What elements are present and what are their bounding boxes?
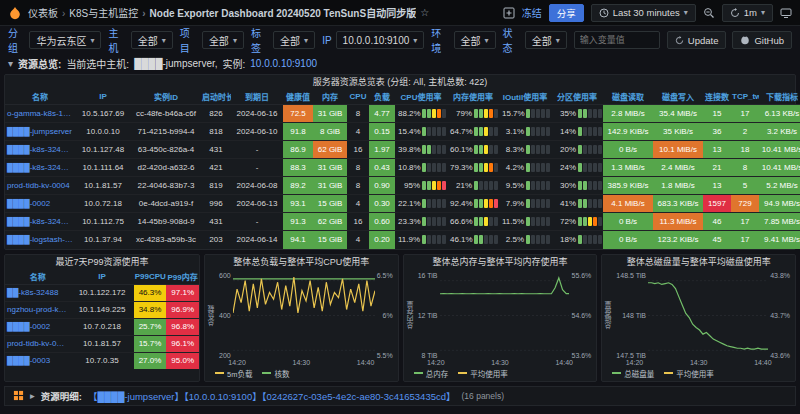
usage-gauge: 35% [553,109,601,118]
memory-total: 62 GiB [313,213,347,231]
legend-item[interactable]: 总内存 [414,368,449,379]
column-header[interactable]: CPU使用率 [395,90,447,105]
column-header[interactable]: 内存使用率 [447,90,499,105]
time-range-picker[interactable]: Last 30 minutes ▾ [591,4,696,22]
tcp-tw-count: 17 [731,105,759,123]
column-header[interactable]: 下载指标 [759,90,800,105]
host-name-link[interactable]: ████-k8s-32488-... [5,141,75,159]
chart-plot-area[interactable] [233,272,375,359]
grafana-logo[interactable] [8,6,22,20]
legend-item[interactable]: 平均使用率 [458,368,508,379]
column-header[interactable]: P99CPU [134,270,167,285]
usage-gauge: 11.5% [501,217,549,226]
filter-value-dropdown[interactable]: 全部▾ [131,31,173,49]
memory-usage-gauge: 21% [447,177,499,195]
chart-title[interactable]: 整体总磁盘量与整体平均磁盘使用率 [602,255,795,270]
column-header[interactable]: 负载 [369,90,395,105]
filter-label: 项目 [180,25,198,55]
host-ip: 10.7.0.35 [70,352,133,369]
legend-swatch [458,372,467,374]
chart-y-axis-label: 总内存量 [406,272,416,359]
breadcrumb-dashboards[interactable]: 仪表板 [28,5,58,20]
chart-y-axis-label: 总负载 [207,272,217,359]
freeze-button[interactable]: 冻结 [522,5,542,20]
column-header[interactable]: 实例ID [131,90,201,105]
legend-item[interactable]: 总磁盘量 [612,368,654,379]
github-button[interactable]: GitHub [732,31,792,49]
axis-tick-label: 6% [377,312,393,319]
column-header[interactable]: 到期日 [231,90,283,105]
host-name-link[interactable]: ████-0002 [5,195,75,213]
column-header[interactable]: 连接数 [703,90,731,105]
host-name-link[interactable]: ██-k8s-32488 [5,284,70,301]
column-header[interactable]: 名称 [5,90,75,105]
variable-search-input[interactable] [574,31,660,49]
overview-section-header[interactable]: ▾ 资源总览: 当前选中主机: ████-jumpserver, 实例: 10.… [0,54,800,72]
p99-cpu: 25.7% [134,318,167,335]
share-button[interactable]: 分享 [549,4,584,22]
update-button[interactable]: Update [667,31,727,49]
add-panel-icon[interactable] [503,7,515,19]
host-name-link[interactable]: prod-tidb-kv-0004 [5,177,75,195]
column-header[interactable]: 名称 [5,270,70,285]
favorite-star-icon[interactable]: ☆ [420,7,429,18]
host-name-link[interactable]: ████-logstash-4... [5,231,75,249]
column-header[interactable]: P99内存 [166,270,199,285]
uptime-days: 819 [201,177,231,195]
overview-table-title[interactable]: 服务器资源总览表 (分组: All, 主机总数: 422) [5,75,795,90]
column-header[interactable]: IOutil使用率 [499,90,551,105]
legend-item[interactable]: 核数 [262,368,289,379]
kiosk-mode-icon[interactable] [780,7,792,19]
filter-value-dropdown[interactable]: 全部▾ [273,31,315,49]
zoom-out-icon[interactable] [703,7,715,19]
github-button-label: GitHub [754,35,784,46]
host-name-link[interactable]: ████-k8s-32488-... [5,213,75,231]
p99-memory: 96.8% [166,318,199,335]
uptime-days: 826 [201,105,231,123]
filter-value-dropdown[interactable]: 全部▾ [454,31,496,49]
column-header[interactable]: 磁盘写入 [653,90,703,105]
column-header[interactable]: 启动时长 [201,90,231,105]
refresh-button[interactable]: 1m ▾ [722,4,773,22]
detail-instance-link[interactable]: 【████-jumpserver】【10.0.0.10:9100】【024262… [88,389,456,403]
host-name-link[interactable]: ████-0003 [5,352,70,369]
p99-memory: 97.1% [166,284,199,301]
host-name-link[interactable]: o-gamma-k8s-16235 [5,105,75,123]
disk-read-rate: 385.9 KiB/s [603,177,653,195]
host-name-link[interactable]: ████-0002 [5,318,70,335]
column-header[interactable]: CPU [347,90,369,105]
chart-title[interactable]: 整体总内存与整体平均内存使用率 [404,255,597,270]
column-header[interactable]: IP [70,270,133,285]
axis-tick-label: 14:40 [357,359,375,369]
legend-item[interactable]: 5m负载 [215,368,252,379]
detail-panel-count: (16 panels) [462,391,505,401]
filter-chip: 分组华为云东区▾ [8,25,101,55]
usage-gauge: 4.2% [501,163,549,172]
host-name-link[interactable]: ngzhou-prod-k8s-1 [5,301,70,318]
chart-plot-area[interactable] [648,272,768,359]
download-rate: 5.2 MB/s [759,177,800,195]
filter-value-dropdown[interactable]: 华为云东区▾ [29,31,101,49]
expand-caret-icon: ▸ [30,390,35,401]
host-name-link[interactable]: prod-tidb-kv-0004 [5,335,70,352]
p99-panel-title[interactable]: 最近7天P99资源使用率 [5,255,199,270]
filter-value-dropdown[interactable]: 10.0.0.10:9100▾ [336,31,425,49]
cpu-cores: 4 [347,195,369,213]
filter-value-dropdown[interactable]: 全部▾ [525,31,567,49]
host-name-link[interactable]: ████-k8s-32498-... [5,159,75,177]
breadcrumb-folder[interactable]: K8S与主机监控 [62,5,138,20]
column-header[interactable]: 健康值 [283,90,313,105]
column-header[interactable]: 内存 [313,90,347,105]
chart-plot-area[interactable] [440,272,570,359]
column-header[interactable]: 磁盘读取 [603,90,653,105]
legend-item[interactable]: 平均使用率 [664,368,714,379]
detail-section-header[interactable]: ▸ 资源明细: 【████-jumpserver】【10.0.0.10:9100… [4,386,796,406]
column-header[interactable]: TCP_tw [731,90,759,105]
column-header[interactable]: IP [75,90,131,105]
filter-value-dropdown[interactable]: 全部▾ [202,31,244,49]
breadcrumb-dashboard-title[interactable]: Node Exporter Dashboard 20240520 TenSunS… [142,5,416,20]
filter-chip: 项目全部▾ [180,25,244,55]
column-header[interactable]: 分区使用率 [551,90,603,105]
host-name-link[interactable]: ████-jumpserver [5,123,75,141]
chart-title[interactable]: 整体总负载与整体平均CPU使用率 [205,255,398,270]
